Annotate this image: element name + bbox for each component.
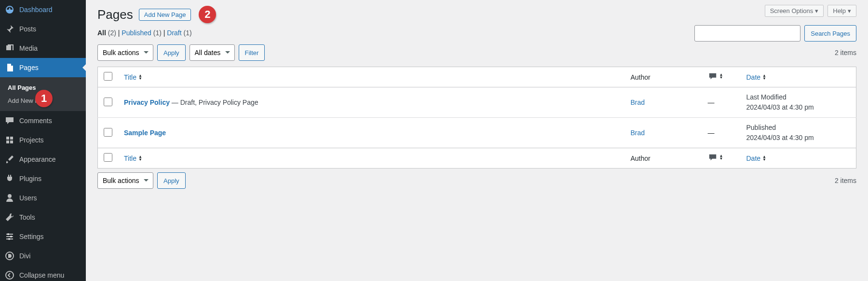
select-all-top[interactable] [104,72,112,81]
pages-table: Title▲▼ Author ▲▼ Date▲▼ Privacy Policy … [97,67,856,169]
column-title-footer[interactable]: Title▲▼ [124,155,142,162]
sidebar-item-projects[interactable]: Projects [0,130,86,150]
sidebar-item-pages[interactable]: Pages [0,58,86,77]
divi-icon [5,251,14,261]
filter-all-count: (2) [108,29,116,37]
sidebar-item-divi[interactable]: Divi [0,246,86,266]
row-title-link[interactable]: Sample Page [124,129,166,137]
main-content: Screen Options ▾ Help ▾ Pages Add New Pa… [86,0,868,281]
annotation-badge-2: 2 [199,6,216,23]
wrench-icon [5,212,14,222]
sort-indicator-icon: ▲▼ [762,74,766,80]
sidebar-item-tools[interactable]: Tools [0,208,86,227]
comment-bubble-icon [708,153,718,162]
sidebar-item-label: Posts [19,25,36,33]
sliders-icon [5,232,14,241]
apply-button-top[interactable]: Apply [157,44,186,61]
add-new-page-button[interactable]: Add New Page [139,9,191,21]
row-comments: — [702,87,741,118]
sidebar-item-label: Tools [19,213,35,221]
sidebar-item-label: Dashboard [19,6,53,14]
column-date-header[interactable]: Date▲▼ [746,73,767,81]
filter-draft-count: (1) [184,29,192,37]
column-author-header: Author [631,73,651,81]
sidebar-item-dashboard[interactable]: Dashboard [0,0,86,19]
media-icon [5,43,14,53]
filter-published-count: (1) [153,29,162,37]
sidebar-item-label: Plugins [19,175,41,183]
sort-indicator-icon: ▲▼ [138,155,142,161]
sidebar-item-users[interactable]: Users [0,188,86,208]
pin-icon [5,24,14,34]
row-author-link[interactable]: Brad [631,129,645,137]
sidebar-collapse[interactable]: Collapse menu [0,266,86,281]
sidebar-item-settings[interactable]: Settings [0,227,86,246]
column-comments-footer[interactable]: ▲▼ [708,153,723,162]
sidebar-item-label: Collapse menu [19,271,64,279]
svg-point-2 [8,238,10,240]
row-date: Published2024/04/03 at 4:30 pm [741,118,856,148]
column-comments-header[interactable]: ▲▼ [708,72,723,81]
page-title: Pages [97,7,133,22]
comment-icon [5,116,14,126]
date-filter-select[interactable]: All dates [190,44,235,61]
filter-button[interactable]: Filter [239,44,265,61]
sidebar-item-label: Settings [19,233,44,240]
filter-all[interactable]: All [97,29,106,37]
row-state: — Draft, Privacy Policy Page [170,98,258,106]
sidebar-item-label: Comments [19,117,52,125]
brush-icon [5,155,14,164]
sort-indicator-icon: ▲▼ [138,74,142,80]
table-row: Sample Page Brad — Published2024/04/03 a… [98,118,856,148]
items-count-top: 2 items [835,49,856,56]
collapse-icon [5,270,14,280]
dashboard-icon [5,5,14,14]
comment-bubble-icon [708,72,718,81]
sidebar-item-label: Divi [19,252,30,260]
sort-indicator-icon: ▲▼ [719,155,723,160]
annotation-badge-1: 1 [35,90,53,107]
sidebar-item-media[interactable]: Media [0,39,86,58]
filter-published[interactable]: Published [122,29,151,37]
row-author-link[interactable]: Brad [631,98,645,106]
user-icon [5,193,14,203]
table-row: Privacy Policy — Draft, Privacy Policy P… [98,87,856,118]
bulk-actions-select-top[interactable]: Bulk actions [97,44,153,61]
sidebar-item-label: Appearance [19,155,56,163]
column-author-footer: Author [631,155,651,162]
svg-point-4 [6,271,14,279]
sidebar-item-label: Projects [19,136,44,144]
items-count-bottom: 2 items [835,177,856,184]
sidebar-item-comments[interactable]: Comments [0,111,86,130]
sidebar-item-label: Pages [19,64,39,71]
column-date-footer[interactable]: Date▲▼ [746,155,767,162]
row-comments: — [702,118,741,148]
filter-draft[interactable]: Draft [167,29,181,37]
sidebar-item-label: Media [19,44,38,52]
select-all-bottom[interactable] [104,153,112,162]
row-checkbox[interactable] [104,98,112,106]
svg-point-0 [7,233,9,235]
tablenav-top: Bulk actions Apply All dates Filter 2 it… [97,41,856,65]
sort-indicator-icon: ▲▼ [762,155,766,161]
sort-indicator-icon: ▲▼ [719,73,723,79]
row-checkbox[interactable] [104,128,112,137]
sidebar-item-label: Users [19,194,37,202]
sidebar-item-plugins[interactable]: Plugins [0,169,86,188]
admin-sidebar: Dashboard Posts Media Pages All Pages Ad… [0,0,86,281]
tablenav-bottom: Bulk actions Apply 2 items [97,169,856,193]
pages-icon [5,63,14,72]
row-date: Last Modified2024/04/03 at 4:30 pm [741,87,856,118]
plug-icon [5,174,14,183]
apply-button-bottom[interactable]: Apply [157,172,186,189]
row-title-link[interactable]: Privacy Policy [124,98,170,106]
bulk-actions-select-bottom[interactable]: Bulk actions [97,172,153,189]
search-pages-input[interactable] [694,25,800,42]
sidebar-item-appearance[interactable]: Appearance [0,150,86,169]
projects-icon [5,135,14,145]
search-pages-button[interactable]: Search Pages [804,25,856,42]
sidebar-item-posts[interactable]: Posts [0,19,86,39]
svg-point-1 [10,236,12,238]
column-title-header[interactable]: Title▲▼ [124,73,142,81]
